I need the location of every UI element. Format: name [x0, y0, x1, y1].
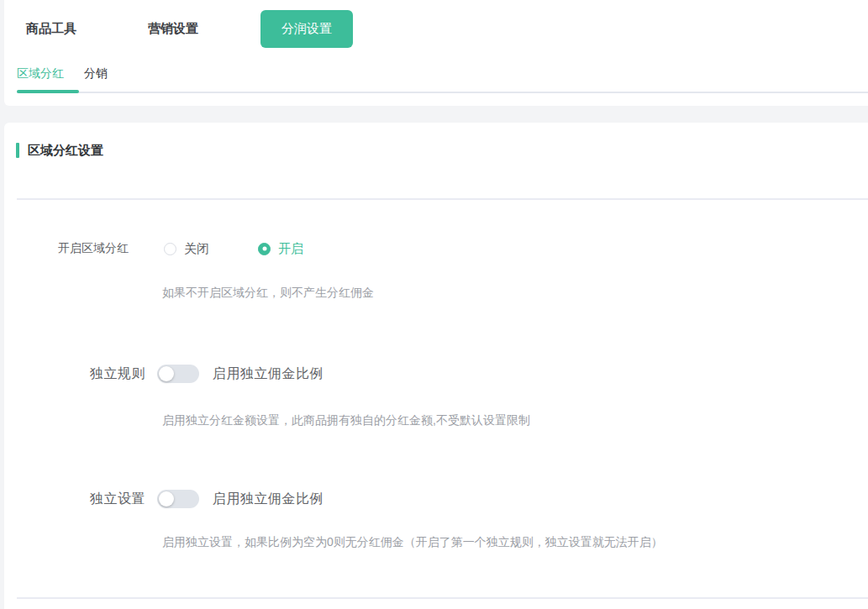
field-label-independent-setting: 独立设置: [68, 491, 145, 508]
radio-on-label: 开启: [278, 241, 303, 257]
subtab-distribution[interactable]: 分销: [84, 66, 108, 81]
radio-off-icon[interactable]: [164, 243, 176, 255]
panel-title: 区域分红设置: [28, 143, 103, 159]
primary-tabs: 商品工具 营销设置 分润设置: [4, 0, 868, 57]
radio-off-label: 关闭: [184, 241, 209, 257]
helper-enable-region-dividend: 如果不开启区域分红，则不产生分红佣金: [162, 286, 851, 299]
panel-heading: 区域分红设置: [16, 141, 103, 160]
top-tab-bar: 商品工具 营销设置 分润设置 区域分红 分销: [4, 0, 868, 106]
form-row-enable-region-dividend: 开启区域分红 关闭 开启: [4, 236, 868, 261]
independent-rule-toggle[interactable]: [157, 365, 199, 383]
secondary-tabs: 区域分红 分销: [4, 64, 108, 84]
radio-on-icon[interactable]: [258, 243, 271, 255]
independent-setting-toggle-label: 启用独立佣金比例: [213, 491, 324, 508]
field-label-independent-rule: 独立规则: [68, 365, 145, 383]
region-dividend-settings-panel: 区域分红设置 开启区域分红 关闭 开启 如果不开启区域分红，则不产生分红佣金 独…: [4, 123, 868, 609]
radio-option-off[interactable]: 关闭: [164, 241, 209, 257]
helper-independent-rule: 启用独立分红金额设置，此商品拥有独自的分红金额,不受默认设置限制: [162, 413, 851, 427]
form-row-independent-setting: 独立设置 启用独立佣金比例: [4, 490, 868, 508]
form-row-independent-rule: 独立规则 启用独立佣金比例: [4, 365, 868, 383]
radio-option-on[interactable]: 开启: [258, 241, 303, 257]
subtab-track-line: [17, 92, 868, 93]
field-label-enable-region-dividend: 开启区域分红: [55, 241, 129, 256]
tab-marketing-settings[interactable]: 营销设置: [148, 21, 198, 37]
subtab-active-underline: [17, 90, 79, 93]
tab-profit-settings[interactable]: 分润设置: [260, 10, 353, 48]
subtab-region-dividend[interactable]: 区域分红: [17, 66, 64, 81]
independent-rule-toggle-label: 启用独立佣金比例: [213, 365, 324, 383]
tab-product-tools[interactable]: 商品工具: [26, 21, 76, 37]
divider-top: [17, 198, 868, 200]
helper-independent-setting: 启用独立设置，如果比例为空为0则无分红佣金（开启了第一个独立规则，独立设置就无法…: [162, 535, 851, 549]
heading-accent-bar: [16, 143, 19, 158]
divider-bottom: [17, 597, 868, 599]
independent-setting-toggle[interactable]: [157, 490, 199, 508]
